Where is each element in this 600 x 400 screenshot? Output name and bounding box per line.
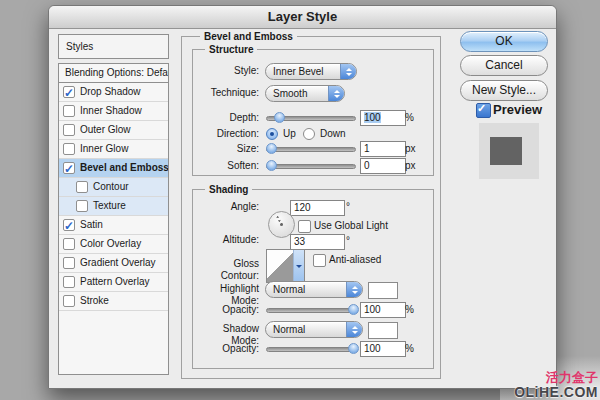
soften-label: Soften: [193,160,259,172]
checkbox-icon[interactable] [63,295,75,307]
sidebar-item-satin[interactable]: Satin [59,216,168,235]
cancel-button[interactable]: Cancel [460,55,548,76]
checkbox-icon[interactable] [76,181,88,193]
direction-up-label[interactable]: Up [283,128,296,140]
sidebar-item-stroke[interactable]: Stroke [59,292,168,311]
checkbox-icon[interactable] [63,238,75,250]
stepper-arrows-icon [346,282,362,297]
highlight-opacity-label: Opacity: [193,304,259,316]
gloss-contour-label: Gloss Contour: [193,258,259,282]
soften-slider[interactable] [266,160,356,171]
styles-header: Styles [58,34,169,59]
checkbox-checked-icon[interactable] [63,86,75,98]
checkbox-icon[interactable] [63,124,75,136]
preview-label[interactable]: Preview [493,103,542,117]
highlight-opacity-input[interactable]: 100 [360,302,406,318]
sidebar-item-inner-shadow[interactable]: Inner Shadow [59,102,168,121]
size-slider-thumb[interactable] [266,143,277,154]
shadow-opacity-unit: % [405,343,414,355]
highlight-opacity-slider[interactable] [266,304,356,315]
anti-aliased-label[interactable]: Anti-aliased [329,254,381,266]
depth-input[interactable]: 100 [360,110,406,126]
shading-title: Shading [205,183,252,196]
highlight-mode-dropdown[interactable]: Normal [265,281,363,298]
depth-unit: % [405,112,414,124]
size-input[interactable]: 1 [360,141,406,157]
direction-down-radio[interactable] [303,128,315,140]
preview-thumbnail [479,123,539,179]
soften-slider-thumb[interactable] [266,160,277,171]
size-label: Size: [193,143,259,155]
direction-label: Direction: [193,128,259,140]
preview-checkbox[interactable] [476,103,491,118]
styles-header-label: Styles [66,41,93,52]
angle-label: Angle: [193,201,259,213]
checkbox-icon[interactable] [63,105,75,117]
shadow-mode-dropdown[interactable]: Normal [265,321,363,338]
anti-aliased-checkbox[interactable] [313,254,326,267]
style-dropdown[interactable]: Inner Bevel [265,63,357,80]
shadow-opacity-input[interactable]: 100 [360,341,406,357]
preview-swatch [490,137,522,165]
panel-title: Bevel and Emboss [200,30,297,43]
highlight-opacity-unit: % [405,304,414,316]
depth-label: Depth: [193,112,259,124]
altitude-input[interactable]: 33 [290,234,345,250]
altitude-unit: ° [346,235,350,247]
shadow-opacity-slider[interactable] [266,343,356,354]
structure-section: Structure Style: Inner Bevel Technique: … [192,49,434,176]
checkbox-icon[interactable] [63,257,75,269]
ok-button[interactable]: OK [460,31,548,52]
bevel-and-emboss-panel: Bevel and Emboss Structure Style: Inner … [181,36,441,379]
gloss-contour-picker[interactable] [266,249,305,283]
checkbox-icon[interactable] [63,276,75,288]
angle-unit: ° [346,201,350,213]
angle-input[interactable]: 120 [290,200,345,216]
highlight-color-swatch[interactable] [368,282,398,299]
dialog-titlebar[interactable]: Layer Style [49,6,556,29]
depth-slider[interactable] [266,112,356,123]
dialog-title: Layer Style [268,9,337,24]
use-global-light-label[interactable]: Use Global Light [314,220,388,232]
checkbox-icon[interactable] [76,200,88,212]
sidebar-item-gradient-overlay[interactable]: Gradient Overlay [59,254,168,273]
direction-up-radio[interactable] [266,128,278,140]
technique-label: Technique: [193,87,259,99]
sidebar-item-texture[interactable]: Texture [59,197,168,216]
contour-dropdown-arrow-icon[interactable] [293,250,304,282]
sidebar-item-inner-glow[interactable]: Inner Glow [59,140,168,159]
checkbox-checked-icon[interactable] [63,219,75,231]
sidebar-item-color-overlay[interactable]: Color Overlay [59,235,168,254]
styles-list: Blending Options: Default Drop Shadow In… [58,63,169,375]
sidebar-item-outer-glow[interactable]: Outer Glow [59,121,168,140]
dial-center-dot-icon [280,223,283,226]
checkbox-icon[interactable] [63,143,75,155]
direction-down-label[interactable]: Down [320,128,346,140]
layer-style-dialog: Layer Style Styles Blending Options: Def… [48,5,557,389]
watermark-site-text: OLiHE.COM [514,385,598,399]
shadow-opacity-label: Opacity: [193,343,259,355]
sidebar-item-drop-shadow[interactable]: Drop Shadow [59,83,168,102]
shadow-opacity-thumb[interactable] [348,343,359,354]
watermark-cjk-text: 活力盒子 [514,371,598,385]
use-global-light-checkbox[interactable] [298,220,311,233]
soften-unit: px [405,160,416,172]
contour-thumbnail-icon [267,250,293,282]
technique-dropdown[interactable]: Smooth [265,85,345,102]
soften-input[interactable]: 0 [360,158,406,174]
size-slider[interactable] [266,143,356,154]
sidebar-item-contour[interactable]: Contour [59,178,168,197]
checkbox-checked-icon[interactable] [63,162,75,174]
sidebar-item-pattern-overlay[interactable]: Pattern Overlay [59,273,168,292]
new-style-button[interactable]: New Style... [460,80,548,101]
sidebar-item-blending-options[interactable]: Blending Options: Default [59,64,168,83]
sidebar-item-bevel-and-emboss[interactable]: Bevel and Emboss [59,159,168,178]
stepper-arrows-icon [340,64,356,79]
watermark: 活力盒子 OLiHE.COM [514,371,598,399]
altitude-label: Altitude: [193,234,259,246]
shading-section: Shading Angle: 120 ° Use Global Light Al… [192,189,434,369]
shadow-color-swatch[interactable] [368,322,398,339]
depth-slider-thumb[interactable] [274,112,285,123]
highlight-opacity-thumb[interactable] [348,304,359,315]
stepper-arrows-icon [328,86,344,101]
